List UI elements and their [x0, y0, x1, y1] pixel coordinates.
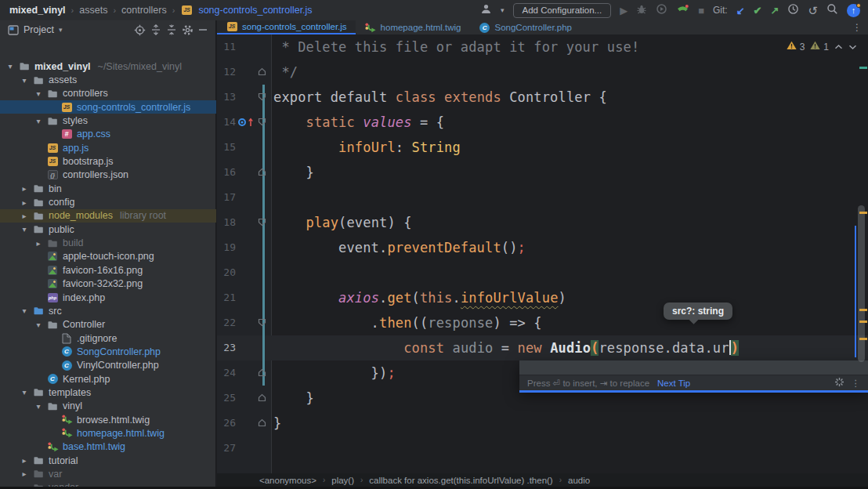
- tree-item-app-css[interactable]: #app.css: [0, 128, 216, 141]
- next-issue-icon[interactable]: [848, 42, 857, 53]
- code-line-27[interactable]: 27: [217, 436, 868, 461]
- line-number[interactable]: 14: [217, 110, 236, 135]
- chevron-down-icon[interactable]: ▾: [20, 76, 28, 85]
- code-line-12[interactable]: 12 */: [217, 60, 868, 85]
- debug-listener-icon[interactable]: [676, 4, 689, 17]
- line-number[interactable]: 22: [217, 310, 236, 335]
- code-line-19[interactable]: 19 event.preventDefault();: [217, 235, 868, 260]
- chevron-down-icon[interactable]: ▾: [34, 89, 42, 98]
- tree-item-build[interactable]: ▸build: [0, 236, 216, 249]
- inspections-widget[interactable]: 31: [787, 41, 857, 53]
- code-breadcrumb-item[interactable]: play(): [331, 476, 354, 485]
- chevron-down-icon[interactable]: ▾: [20, 225, 28, 234]
- prev-issue-icon[interactable]: [834, 42, 843, 53]
- stop-icon[interactable]: ■: [698, 5, 704, 16]
- debug-icon[interactable]: [636, 4, 647, 17]
- line-number[interactable]: 17: [217, 185, 236, 210]
- code-line-18[interactable]: 18 play(event) {: [217, 210, 868, 235]
- chevron-down-icon[interactable]: ▾: [34, 402, 42, 411]
- tree-item-controller[interactable]: ▾Controller: [0, 318, 216, 331]
- git-push-icon[interactable]: ↗: [771, 5, 779, 16]
- tree-item-app-js[interactable]: JSapp.js: [0, 141, 216, 154]
- tree-item-bootstrap-js[interactable]: JSbootstrap.js: [0, 154, 216, 168]
- line-number[interactable]: 21: [217, 285, 236, 310]
- tab-songcontroller-php[interactable]: CSongController.php: [470, 20, 580, 34]
- tree-item-var[interactable]: ▸var: [0, 467, 216, 480]
- chevron-right-icon[interactable]: ▸: [20, 184, 28, 193]
- tree-item-node-modules[interactable]: ▸node_moduleslibrary root: [0, 209, 216, 223]
- fold-start-icon[interactable]: [258, 318, 266, 329]
- project-panel-title[interactable]: Project: [24, 24, 54, 35]
- line-number[interactable]: 18: [217, 210, 236, 235]
- tree-item-vinylcontroller-php[interactable]: CVinylController.php: [0, 359, 216, 372]
- code-line-16[interactable]: 16 }: [217, 160, 868, 185]
- breadcrumb-item-mixed-vinyl[interactable]: mixed_vinyl: [9, 5, 66, 16]
- git-update-icon[interactable]: ↙: [736, 5, 745, 16]
- expand-all-icon[interactable]: [150, 24, 161, 35]
- tree-item-controllers[interactable]: ▾controllers: [0, 87, 216, 100]
- add-configuration-button[interactable]: Add Configuration...: [513, 3, 612, 18]
- line-number[interactable]: 26: [217, 411, 236, 436]
- line-number[interactable]: 24: [217, 360, 236, 386]
- line-number[interactable]: 15: [217, 135, 236, 160]
- code-line-13[interactable]: 13export default class extends Controlle…: [217, 85, 868, 110]
- tree-item-controllers-json[interactable]: {}controllers.json: [0, 168, 216, 182]
- tree-item-index-php[interactable]: phpindex.php: [0, 291, 216, 304]
- more-options-icon[interactable]: ⋮: [852, 378, 861, 389]
- code-line-15[interactable]: 15 infoUrl: String: [217, 135, 868, 160]
- line-number[interactable]: 20: [217, 260, 236, 285]
- fold-end-icon[interactable]: [258, 418, 266, 429]
- fold-end-icon[interactable]: [258, 368, 266, 379]
- tree-item-bin[interactable]: ▸bin: [0, 182, 216, 195]
- tree-item-base-html-twig[interactable]: base.html.twig: [0, 440, 216, 454]
- line-number[interactable]: 25: [217, 386, 236, 411]
- tree-item-templates[interactable]: ▾templates: [0, 386, 216, 399]
- history-clock-icon[interactable]: [787, 3, 799, 17]
- chevron-down-icon[interactable]: ▾: [20, 388, 28, 397]
- chevron-right-icon[interactable]: ▸: [20, 456, 28, 465]
- fold-start-icon[interactable]: [258, 118, 266, 129]
- tree-item-song-controls-controller-js[interactable]: JSsong-controls_controller.js: [0, 100, 216, 114]
- code-line-22[interactable]: 22 .then((response) => {: [217, 310, 868, 335]
- tab-song-controls-controller-js[interactable]: JSsong-controls_controller.js: [217, 20, 356, 34]
- rollback-icon[interactable]: ↺: [808, 5, 818, 16]
- line-number[interactable]: 16: [217, 160, 236, 185]
- chevron-down-icon[interactable]: ▾: [6, 62, 14, 71]
- tree-item-tutorial[interactable]: ▸tutorial: [0, 454, 216, 467]
- tree-item-homepage-html-twig[interactable]: homepage.html.twig: [0, 426, 216, 440]
- code-editor[interactable]: 11 * Delete this file or adapt it for yo…: [217, 34, 868, 473]
- settings-gear-icon[interactable]: [182, 24, 193, 36]
- search-icon[interactable]: [826, 3, 838, 17]
- locate-file-icon[interactable]: [134, 24, 146, 36]
- code-breadcrumb-item[interactable]: callback for axios.get(this.infoUrlValue…: [369, 476, 552, 485]
- code-line-21[interactable]: 21 axios.get(this.infoUrlValue): [217, 285, 868, 310]
- code-line-11[interactable]: 11 * Delete this file or adapt it for yo…: [217, 34, 868, 60]
- line-number[interactable]: 19: [217, 235, 236, 260]
- breadcrumb-item-song-controls-controller-js[interactable]: song-controls_controller.js: [198, 5, 312, 16]
- tab-options-icon[interactable]: ⋮: [846, 20, 868, 34]
- git-commit-icon[interactable]: ✔: [754, 5, 762, 16]
- stimulus-value-icon[interactable]: [237, 117, 255, 130]
- fold-start-icon[interactable]: [258, 92, 266, 103]
- chevron-right-icon[interactable]: ▸: [20, 212, 28, 220]
- breadcrumb-item-assets[interactable]: assets: [79, 5, 107, 16]
- line-number[interactable]: 27: [217, 436, 236, 461]
- next-tip-link[interactable]: Next Tip: [657, 379, 690, 388]
- tree-item-kernel-php[interactable]: CKernel.php: [0, 372, 216, 386]
- code-breadcrumb-item[interactable]: audio: [568, 476, 590, 485]
- tree-item-apple-touch-icon-png[interactable]: apple-touch-icon.png: [0, 250, 216, 263]
- chevron-down-icon[interactable]: ▾: [34, 117, 42, 125]
- tab-homepage-html-twig[interactable]: homepage.html.twig: [356, 20, 470, 34]
- chevron-right-icon[interactable]: ▸: [34, 239, 42, 248]
- line-number[interactable]: 23: [217, 335, 236, 360]
- code-line-20[interactable]: 20: [217, 260, 868, 285]
- line-number[interactable]: 13: [217, 85, 236, 110]
- fold-end-icon[interactable]: [258, 168, 266, 179]
- tree-item-favicon-32x32-png[interactable]: favicon-32x32.png: [0, 277, 216, 291]
- profiler-icon[interactable]: [656, 3, 667, 17]
- chevron-down-icon[interactable]: ▾: [501, 6, 505, 14]
- code-breadcrumb-item[interactable]: <anonymous>: [259, 476, 316, 485]
- run-icon[interactable]: ▶: [620, 5, 627, 16]
- tree-item-config[interactable]: ▸config: [0, 195, 216, 208]
- line-number[interactable]: 12: [217, 60, 236, 85]
